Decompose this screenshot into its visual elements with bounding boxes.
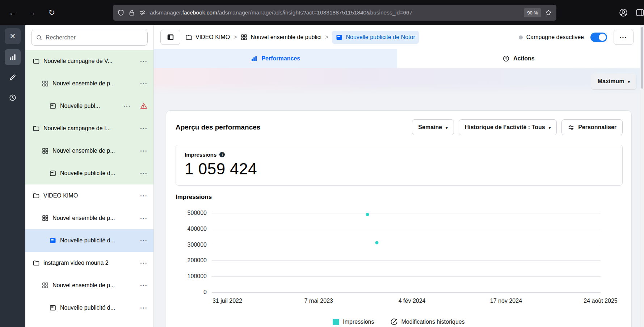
campaign-toggle[interactable] bbox=[590, 33, 607, 42]
gridline bbox=[212, 276, 601, 277]
tree-item-ad[interactable]: Nouvelle publicité d... ••• bbox=[25, 162, 153, 184]
tree-item-ad[interactable]: Nouvelle publicité d... ••• bbox=[25, 297, 153, 319]
customize-button[interactable]: Personnaliser bbox=[561, 119, 623, 135]
card-title: Aperçu des performances bbox=[176, 123, 260, 131]
bookmark-star-icon[interactable] bbox=[545, 9, 552, 16]
row-menu-icon[interactable]: ••• bbox=[140, 81, 148, 86]
legend-impressions-swatch bbox=[333, 319, 339, 325]
ad-icon bbox=[49, 170, 56, 177]
tree-item-adset[interactable]: Nouvel ensemble de p... ••• bbox=[25, 140, 153, 162]
bar-chart-icon bbox=[9, 53, 17, 61]
tree-item-campaign[interactable]: VIDEO KIMO ••• bbox=[25, 184, 153, 207]
bar-chart-icon bbox=[251, 55, 258, 62]
tree-item-label: Nouvelle publicité d... bbox=[60, 170, 115, 177]
card-header: Aperçu des performances Semaine ▾ Histor… bbox=[166, 111, 631, 135]
collapse-sidebar-button[interactable] bbox=[160, 30, 180, 45]
tree-item-label: Nouvelle publicité d... bbox=[60, 305, 115, 311]
row-menu-icon[interactable]: ••• bbox=[140, 306, 148, 310]
breadcrumb: VIDEO KIMO > Nouvel ensemble de publici … bbox=[185, 31, 419, 44]
sidebars-icon[interactable] bbox=[635, 8, 644, 17]
tree-item-campaign[interactable]: instagram video mouna 2 ••• bbox=[25, 252, 153, 274]
y-axis-tick-label: 400000 bbox=[188, 226, 207, 232]
period-label: Semaine bbox=[418, 124, 442, 131]
history-dropdown[interactable]: Historique de l’activité : Tous ▾ bbox=[459, 119, 557, 135]
campaign-tree-panel: Nouvelle campagne de V... ••• Nouvel ens… bbox=[25, 25, 154, 327]
metric-label: Impressions bbox=[185, 152, 216, 158]
more-options-button[interactable]: ••• bbox=[614, 30, 634, 45]
search-input[interactable] bbox=[46, 34, 143, 41]
tree-item-label: Nouvelle publicité d... bbox=[60, 237, 115, 244]
history-nav-button[interactable] bbox=[5, 90, 21, 106]
tree-item-ad-selected[interactable]: Nouvelle publicité d... ••• bbox=[25, 229, 153, 252]
breadcrumb-campaign[interactable]: VIDEO KIMO bbox=[185, 34, 230, 41]
tree-item-ad[interactable]: Nouvelle publ... ••• bbox=[25, 95, 153, 117]
legend-modifications-label: Modifications historiques bbox=[401, 319, 465, 325]
breadcrumb-campaign-label: VIDEO KIMO bbox=[195, 34, 230, 41]
tree-item-campaign[interactable]: Nouvelle campagne de V... ••• bbox=[25, 50, 153, 72]
zoom-indicator[interactable]: 90 % bbox=[524, 8, 541, 17]
url-path: /adsmanager/manage/ads/insights?act=1033… bbox=[217, 9, 412, 16]
page-scrollbar[interactable] bbox=[640, 25, 644, 327]
scrollbar-thumb[interactable] bbox=[641, 27, 643, 89]
row-menu-icon[interactable]: ••• bbox=[140, 238, 148, 243]
tree-item-adset[interactable]: Nouvel ensemble de p... ••• bbox=[25, 207, 153, 229]
impressions-metric-card[interactable]: Impressions i 1 059 424 bbox=[176, 145, 623, 186]
breadcrumb-ad[interactable]: Nouvelle publicité de Notor bbox=[332, 31, 418, 44]
browser-toolbar-right bbox=[619, 8, 639, 17]
forward-icon[interactable]: → bbox=[25, 5, 40, 20]
tree-item-adset[interactable]: Nouvel ensemble de p... ••• bbox=[25, 274, 153, 297]
tree-item-campaign[interactable]: Nouvelle campagne de I... ••• bbox=[25, 117, 153, 140]
info-icon[interactable]: i bbox=[219, 152, 225, 157]
breadcrumb-adset[interactable]: Nouvel ensemble de publici bbox=[240, 34, 321, 41]
row-menu-icon[interactable]: ••• bbox=[123, 104, 131, 108]
chart-legend: Impressions Modifications historiques bbox=[166, 318, 631, 326]
data-point[interactable] bbox=[375, 241, 379, 244]
back-icon[interactable]: ← bbox=[5, 5, 20, 20]
edit-nav-button[interactable] bbox=[5, 69, 21, 85]
url-domain: facebook.com bbox=[182, 9, 218, 16]
maximum-dropdown[interactable]: Maximum ▾ bbox=[591, 73, 636, 89]
campaign-status: Campagne désactivée bbox=[519, 34, 584, 41]
tree-item-label: Nouvelle campagne de I... bbox=[43, 125, 111, 132]
ad-icon bbox=[49, 237, 56, 244]
account-icon[interactable] bbox=[619, 8, 628, 17]
customize-label: Personnaliser bbox=[578, 124, 616, 131]
legend-impressions: Impressions bbox=[333, 319, 374, 325]
tab-performances-label: Performances bbox=[261, 55, 300, 62]
close-icon[interactable]: ✕ bbox=[5, 28, 21, 44]
ad-icon bbox=[49, 304, 56, 311]
adset-grid-icon bbox=[42, 80, 49, 87]
gridline bbox=[212, 229, 601, 229]
row-menu-icon[interactable]: ••• bbox=[140, 194, 148, 198]
row-menu-icon[interactable]: ••• bbox=[140, 149, 148, 153]
ad-icon bbox=[336, 34, 343, 41]
toggle-knob bbox=[599, 34, 606, 41]
tab-actions[interactable]: Actions bbox=[397, 49, 640, 68]
permissions-icon[interactable] bbox=[139, 9, 146, 16]
row-menu-icon[interactable]: ••• bbox=[140, 126, 148, 131]
legend-impressions-label: Impressions bbox=[343, 319, 374, 325]
search-box[interactable] bbox=[31, 30, 148, 46]
tracking-shield-icon[interactable] bbox=[117, 9, 125, 16]
row-menu-icon[interactable]: ••• bbox=[140, 171, 148, 175]
x-axis-tick-label: 7 mai 2023 bbox=[304, 298, 333, 304]
row-menu-icon[interactable]: ••• bbox=[140, 216, 148, 220]
browser-chrome: ← → ↻ adsmanager.facebook.com/adsmanager… bbox=[0, 0, 644, 25]
tab-performances[interactable]: Performances bbox=[154, 49, 397, 68]
x-axis-tick-label: 17 nov 2024 bbox=[490, 298, 522, 304]
row-menu-icon[interactable]: ••• bbox=[140, 261, 148, 265]
period-dropdown[interactable]: Semaine ▾ bbox=[412, 119, 454, 135]
lock-icon[interactable] bbox=[128, 9, 135, 16]
row-menu-icon[interactable]: ••• bbox=[140, 283, 148, 288]
folder-icon bbox=[185, 34, 193, 41]
sliders-icon bbox=[568, 124, 574, 131]
data-point[interactable] bbox=[366, 213, 369, 216]
tree-item-adset[interactable]: Nouvel ensemble de p... ••• bbox=[25, 72, 153, 95]
url-bar[interactable]: adsmanager.facebook.com/adsmanager/manag… bbox=[113, 5, 556, 21]
row-menu-icon[interactable]: ••• bbox=[140, 59, 148, 63]
insights-nav-button[interactable] bbox=[5, 49, 21, 65]
tree-item-label: VIDEO KIMO bbox=[43, 192, 78, 199]
reload-icon[interactable]: ↻ bbox=[44, 5, 59, 20]
impressions-value: 1 059 424 bbox=[185, 160, 614, 178]
caret-down-icon: ▾ bbox=[549, 126, 551, 130]
